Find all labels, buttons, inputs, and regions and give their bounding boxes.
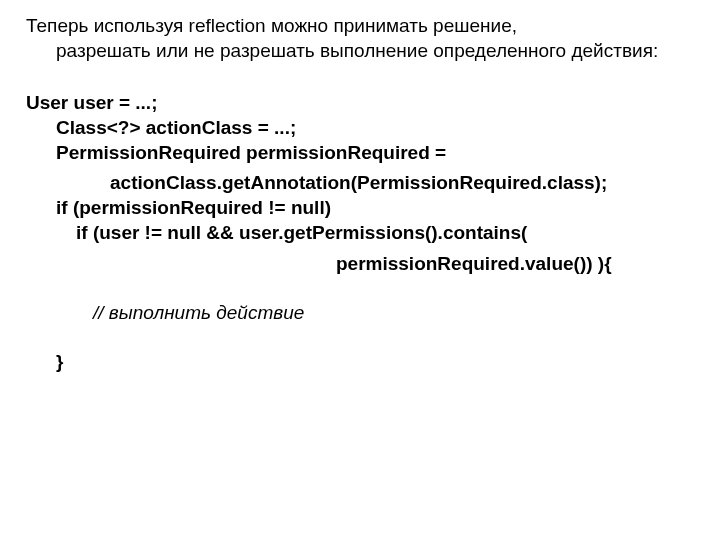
intro-line-rest: разрешать или не разрешать выполнение оп… xyxy=(26,39,694,64)
code-line-2: Class<?> actionClass = ...; xyxy=(26,116,694,141)
code-line-8: // выполнить действие xyxy=(26,276,694,350)
code-line-6: if (user != null && user.getPermissions(… xyxy=(26,221,694,246)
code-comment: // выполнить действие xyxy=(93,302,304,323)
code-line-4: actionClass.getAnnotation(PermissionRequ… xyxy=(26,171,694,196)
code-line-7: permissionRequired.value()) ){ xyxy=(26,252,694,277)
code-line-1: User user = ...; xyxy=(26,91,694,116)
code-block: User user = ...; Class<?> actionClass = … xyxy=(26,91,694,375)
slide-content: Теперь используя reflection можно приним… xyxy=(0,0,720,375)
intro-line-1: Теперь используя reflection можно приним… xyxy=(26,15,517,36)
code-line-3: PermissionRequired permissionRequired = xyxy=(26,141,694,166)
code-line-9: } xyxy=(26,350,694,375)
intro-paragraph: Теперь используя reflection можно приним… xyxy=(26,14,694,63)
code-line-5: if (permissionRequired != null) xyxy=(26,196,694,221)
